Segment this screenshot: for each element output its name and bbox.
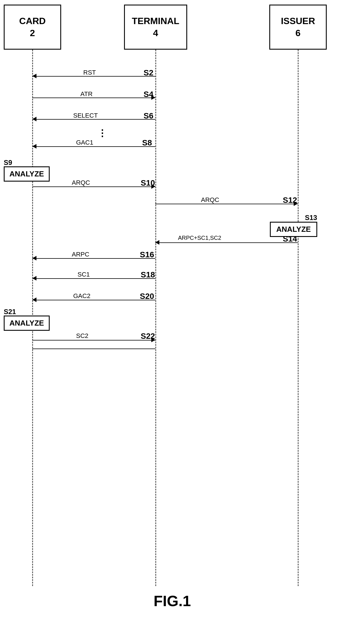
arrow-s12 (155, 204, 298, 204)
arrowhead-s8 (32, 144, 36, 149)
msg-s4: ATR (80, 90, 92, 98)
msg-s14: ARPC+SC1,SC2 (178, 235, 221, 241)
arrow-s20 (32, 300, 155, 300)
step-s21: S21 (4, 308, 16, 316)
step-s20: S20 (140, 292, 154, 301)
step-s22: S22 (141, 332, 155, 341)
step-s13: S13 (305, 214, 317, 222)
step-s4: S4 (144, 90, 153, 99)
step-s6: S6 (144, 111, 153, 120)
arrowhead-s18 (32, 276, 36, 281)
lifeline-issuer (298, 50, 299, 586)
analyze-box-s21: ANALYZE (4, 316, 50, 331)
arrow-s16 (32, 258, 155, 259)
step-s12: S12 (283, 196, 297, 205)
step-s14: S14 (283, 234, 297, 244)
step-s9: S9 (4, 159, 12, 167)
arrowhead-s20 (32, 297, 36, 302)
diagram-container: CARD2 TERMINAL4 ISSUER6 RST S2 ATR S4 SE… (0, 0, 356, 644)
dots: ⋮ (98, 128, 107, 139)
arrowhead-s2 (32, 74, 36, 78)
msg-s2: RST (83, 69, 96, 76)
arrowhead-s6 (32, 117, 36, 121)
arrow-s22-bottom (32, 349, 155, 349)
msg-s8: GAC1 (76, 139, 93, 146)
arrowhead-s14 (155, 240, 159, 245)
entity-issuer-label: ISSUER6 (281, 15, 315, 39)
arrowhead-s16 (32, 256, 36, 260)
entity-terminal: TERMINAL4 (124, 5, 187, 50)
arrow-s8 (32, 146, 155, 147)
step-s16: S16 (140, 250, 154, 259)
lifeline-terminal (155, 50, 156, 586)
arrow-s10 (32, 186, 155, 187)
entity-issuer: ISSUER6 (269, 5, 327, 50)
step-s10: S10 (141, 178, 155, 188)
analyze-s13-label: ANALYZE (276, 225, 311, 234)
arrow-s4 (32, 98, 155, 98)
entity-card: CARD2 (4, 5, 61, 50)
msg-s16: ARPC (72, 251, 89, 258)
analyze-s21-label: ANALYZE (9, 319, 44, 327)
step-s2: S2 (144, 68, 153, 77)
msg-s12: ARQC (201, 196, 219, 204)
msg-s6: SELECT (73, 112, 98, 119)
msg-s20: GAC2 (73, 292, 90, 300)
arrow-s18 (32, 278, 155, 279)
arrow-s14 (155, 242, 298, 243)
entity-card-label: CARD2 (19, 15, 46, 39)
step-s18: S18 (141, 270, 155, 279)
entity-terminal-label: TERMINAL4 (132, 15, 179, 39)
analyze-s9-label: ANALYZE (9, 170, 44, 178)
step-s8: S8 (142, 138, 152, 147)
analyze-box-s9: ANALYZE (4, 166, 50, 182)
msg-s22: SC2 (76, 332, 88, 340)
figure-label: FIG.1 (115, 592, 230, 610)
arrow-s22 (32, 340, 155, 341)
msg-s10: ARQC (72, 179, 90, 186)
msg-s18: SC1 (78, 271, 90, 278)
